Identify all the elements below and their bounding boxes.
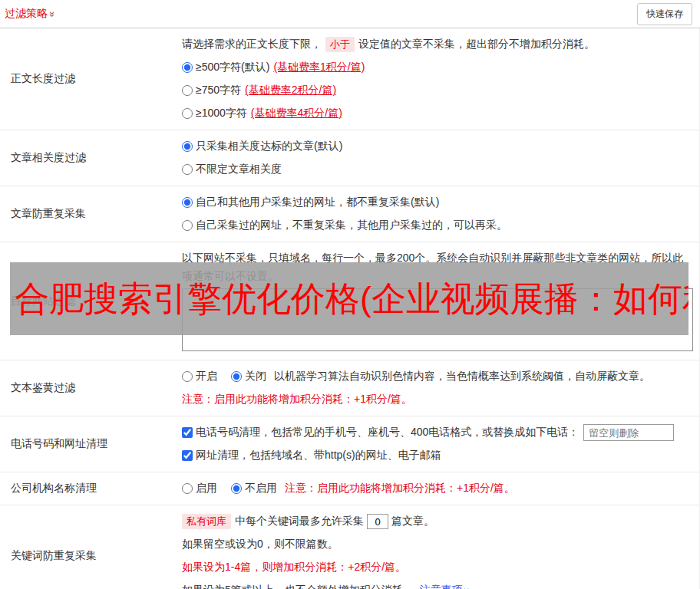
chevron-down-icon: » bbox=[48, 11, 58, 16]
radio-option-dedupe-self[interactable]: 自己采集过的网址，不重复采集，其他用户采集过的，可以再采。 bbox=[182, 219, 507, 232]
radio-input[interactable] bbox=[182, 108, 193, 119]
option-label: 不限定文章相关度 bbox=[196, 163, 282, 176]
option-label: ≥750字符 bbox=[196, 84, 241, 97]
radio-input[interactable] bbox=[231, 483, 242, 494]
radio-option-500[interactable]: ≥500字符(默认) (基础费率1积分/篇) bbox=[182, 61, 365, 74]
section-toggle[interactable]: 过滤策略 » bbox=[5, 7, 55, 21]
row-label: 关键词防重复采集 bbox=[0, 505, 182, 589]
option-label: 不启用 bbox=[245, 482, 277, 495]
section-header: 过滤策略 » 快速保存 bbox=[0, 0, 700, 28]
option-label: ≥500字符(默认) bbox=[196, 61, 269, 74]
radio-input[interactable] bbox=[182, 85, 193, 96]
option-label: 网址清理，包括纯域名、带http(s)的网址、电子邮箱 bbox=[196, 449, 441, 462]
row-phone-url-clean: 电话号码和网址清理 电话号码清理，包括常见的手机号、座机号、400电话格式，或替… bbox=[0, 416, 699, 472]
page-title: 过滤策略 bbox=[5, 7, 48, 21]
radio-option-relevant[interactable]: 只采集相关度达标的文章(默认) bbox=[182, 140, 342, 153]
row-label: 文章相关度过滤 bbox=[0, 130, 182, 186]
row-relevance-filter: 文章相关度过滤 只采集相关度达标的文章(默认) 不限定文章相关度 bbox=[0, 130, 699, 186]
row-company-clean: 公司机构名称清理 启用 不启用 注意：启用此功能将增加积分消耗：+1积分/篇。 bbox=[0, 472, 699, 505]
private-lexicon-badge[interactable]: 私有词库 bbox=[182, 514, 231, 529]
row-porn-filter: 文本鉴黄过滤 开启 关闭 以机器学习算法自动识别色情内容，当色情概率达到系统阈值… bbox=[0, 360, 699, 416]
radio-option-dedupe-all[interactable]: 自己和其他用户采集过的网址，都不重复采集(默认) bbox=[182, 196, 439, 209]
radio-input[interactable] bbox=[182, 371, 193, 382]
intro-text: 请选择需求的正文长度下限， bbox=[182, 38, 322, 51]
keyword-fee-note: 如果设为1-4篇，则增加积分消耗：+2积分/篇。 bbox=[182, 556, 693, 579]
radio-company-enable[interactable]: 启用 bbox=[182, 482, 217, 495]
row-dedupe-filter: 文章防重复采集 自己和其他用户采集过的网址，都不重复采集(默认) 自己采集过的网… bbox=[0, 186, 699, 242]
option-label: 电话号码清理，包括常见的手机号、座机号、400电话格式，或替换成如下电话： bbox=[196, 426, 579, 439]
row-label: 正文长度过滤 bbox=[0, 28, 182, 130]
radio-option-750[interactable]: ≥750字符 (基础费率2积分/篇) bbox=[182, 84, 336, 97]
keyword-line-text: 篇文章。 bbox=[391, 515, 434, 528]
body-length-intro: 请选择需求的正文长度下限， 小于 设定值的文章不采集，超出部分不增加积分消耗。 bbox=[182, 33, 693, 56]
radio-porn-on[interactable]: 开启 bbox=[182, 370, 217, 383]
porn-fee-note: 注意：启用此功能将增加积分消耗：+1积分/篇。 bbox=[182, 388, 693, 411]
fee-note: (基础费率4积分/篇) bbox=[251, 107, 342, 120]
company-fee-note: 注意：启用此功能将增加积分消耗：+1积分/篇。 bbox=[285, 482, 515, 495]
intro-text: 设定值的文章不采集，超出部分不增加积分消耗。 bbox=[358, 38, 595, 51]
radio-input[interactable] bbox=[182, 164, 193, 175]
watermark-text: 合肥搜索引擎优化价格(企业视频展播：如何利 bbox=[10, 276, 688, 322]
radio-company-disable[interactable]: 不启用 bbox=[231, 482, 277, 495]
checkbox-url-clean[interactable]: 网址清理，包括纯域名、带http(s)的网址、电子邮箱 bbox=[182, 449, 441, 462]
notice-link[interactable]: 注意事项 » bbox=[420, 584, 470, 589]
row-label: 文章防重复采集 bbox=[0, 186, 182, 242]
option-label: 只采集相关度达标的文章(默认) bbox=[196, 140, 342, 153]
row-label: 公司机构名称清理 bbox=[0, 472, 182, 505]
option-label: 关闭 bbox=[245, 370, 266, 383]
notice-link-label: 注意事项 bbox=[420, 584, 463, 589]
radio-input[interactable] bbox=[231, 371, 242, 382]
fee-note: (基础费率1积分/篇) bbox=[273, 61, 365, 74]
option-label: 自己和其他用户采集过的网址，都不重复采集(默认) bbox=[196, 196, 439, 209]
radio-input[interactable] bbox=[182, 483, 193, 494]
checkbox-input[interactable] bbox=[182, 450, 193, 461]
quick-save-button[interactable]: 快速保存 bbox=[637, 3, 692, 25]
row-label: 文本鉴黄过滤 bbox=[0, 360, 182, 416]
option-label: 开启 bbox=[196, 370, 217, 383]
checkbox-input[interactable] bbox=[182, 427, 193, 438]
less-than-highlight: 小于 bbox=[325, 37, 355, 52]
max-articles-input[interactable] bbox=[367, 514, 388, 529]
filter-strategy-page: 过滤策略 » 快速保存 正文长度过滤 请选择需求的正文长度下限， 小于 设定值的… bbox=[0, 0, 700, 589]
radio-option-1000[interactable]: ≥1000字符 (基础费率4积分/篇) bbox=[182, 107, 342, 120]
row-keyword-dedupe: 关键词防重复采集 私有词库 中每个关键词最多允许采集 篇文章。 如果留空或设为0… bbox=[0, 505, 699, 589]
porn-filter-desc: 以机器学习算法自动识别色情内容，当色情概率达到系统阈值，自动屏蔽文章。 bbox=[274, 370, 650, 383]
replacement-phone-input[interactable] bbox=[583, 424, 674, 441]
fee-note: (基础费率2积分/篇) bbox=[245, 84, 336, 97]
checkbox-phone-clean[interactable]: 电话号码清理，包括常见的手机号、座机号、400电话格式，或替换成如下电话： bbox=[182, 426, 579, 439]
radio-input[interactable] bbox=[182, 197, 193, 208]
watermark-overlay: 合肥搜索引擎优化价格(企业视频展播：如何利 bbox=[10, 262, 688, 335]
row-label: 电话号码和网址清理 bbox=[0, 416, 182, 472]
option-label: ≥1000字符 bbox=[196, 107, 247, 120]
radio-input[interactable] bbox=[182, 141, 193, 152]
keyword-note-zero: 如果留空或设为0，则不限篇数。 bbox=[182, 533, 693, 556]
option-label: 自己采集过的网址，不重复采集，其他用户采集过的，可以再采。 bbox=[196, 219, 507, 232]
keyword-note-five: 如果设为5篇或以上，也不会额外增加积分消耗。 bbox=[182, 584, 414, 589]
radio-option-unlimited-relevance[interactable]: 不限定文章相关度 bbox=[182, 163, 282, 176]
option-label: 启用 bbox=[196, 482, 217, 495]
radio-input[interactable] bbox=[182, 62, 193, 73]
radio-porn-off[interactable]: 关闭 bbox=[231, 370, 266, 383]
row-body-length-filter: 正文长度过滤 请选择需求的正文长度下限， 小于 设定值的文章不采集，超出部分不增… bbox=[0, 28, 699, 130]
keyword-line-text: 中每个关键词最多允许采集 bbox=[235, 515, 364, 528]
radio-input[interactable] bbox=[182, 220, 193, 231]
